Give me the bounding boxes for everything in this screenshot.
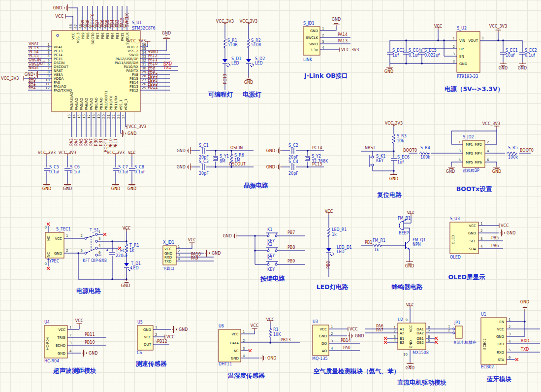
schematic-svg[interactable]: S_U1STM32C8T61VBATVBAT2PC13PC133PC14PC14… [0, 0, 541, 392]
component-ref[interactable]: KEY [376, 159, 383, 163]
gnd-symbol[interactable] [121, 130, 126, 137]
power-net-label[interactable]: GND [111, 187, 120, 191]
section-title[interactable]: 可编程灯 [208, 91, 233, 98]
power-net-label[interactable]: GND [266, 165, 275, 169]
component-ref[interactable]: 100k [508, 155, 518, 160]
power-net-label[interactable]: GND [177, 165, 186, 169]
component-ref[interactable]: U6 [219, 324, 224, 328]
capacitor-symbol[interactable] [292, 164, 294, 170]
terminal-circle[interactable] [85, 237, 87, 239]
component-ref[interactable]: MQ-135 [312, 357, 328, 361]
component-ref[interactable]: LED [337, 250, 345, 254]
net-label[interactable]: PB1 [365, 240, 372, 245]
component-ref[interactable]: LED [231, 61, 239, 65]
resistor-symbol[interactable] [327, 227, 330, 238]
power-net-label[interactable]: GND [127, 187, 136, 191]
power-bar-symbol[interactable] [77, 324, 82, 326]
terminal-circle[interactable] [85, 252, 87, 254]
net-label[interactable]: PB8 [287, 245, 295, 250]
gnd-symbol[interactable] [521, 306, 528, 311]
component-ref[interactable]: S_U3 [450, 217, 460, 221]
power-net-label[interactable]: GND [518, 66, 527, 70]
power-bar-symbol[interactable] [252, 328, 257, 331]
net-label[interactable]: PB5 [491, 236, 499, 240]
component-ref[interactable]: KEY [267, 267, 275, 272]
component-ref[interactable]: 0.1uf [49, 170, 60, 174]
component-ref[interactable]: S_C5 [49, 165, 59, 169]
component-ref[interactable]: BEEP [399, 231, 409, 235]
power-net-label[interactable]: GND [244, 80, 253, 85]
component-ref[interactable]: FM_B1 [398, 216, 411, 221]
power-net-label[interactable]: VCC [75, 319, 84, 323]
component-ref[interactable]: JP1 [454, 321, 460, 325]
wire[interactable] [485, 162, 497, 165]
component-ref[interactable]: S_R5 [508, 146, 518, 150]
component-ref[interactable]: S_R4 [420, 146, 430, 150]
capacitor-symbol[interactable] [202, 148, 204, 154]
power-net-label[interactable]: GND [267, 356, 276, 360]
terminal-circle[interactable] [453, 332, 455, 334]
component-ref[interactable]: 0.1uf [525, 53, 535, 58]
net-label[interactable]: OSCIN [230, 146, 243, 150]
section-title[interactable]: 直流电机驱动模块 [397, 379, 447, 386]
power-net-label[interactable]: GND [499, 66, 508, 70]
gnd-symbol[interactable] [277, 147, 282, 154]
component-ref[interactable]: OLED [450, 255, 461, 260]
component-ref[interactable]: 20pF [199, 155, 209, 160]
capacitor-symbol[interactable] [391, 159, 397, 161]
component-ref[interactable]: STM32C8T6 [132, 26, 156, 31]
component-ref[interactable]: 220uF [116, 254, 128, 258]
net-label[interactable]: PB0 [326, 261, 331, 268]
power-net-label[interactable]: GND [332, 17, 341, 22]
crystal-symbol[interactable] [305, 157, 310, 161]
resistor-symbol[interactable] [269, 327, 272, 338]
component-body[interactable] [457, 32, 480, 72]
power-net-label[interactable]: GND [63, 187, 72, 191]
component-ref[interactable]: DHT11 [219, 362, 232, 366]
component-ref[interactable]: 跳线帽3P [463, 168, 479, 173]
net-label[interactable]: BOOT0 [403, 148, 417, 153]
section-title[interactable]: 蓝牙模块 [486, 375, 512, 383]
component-ref[interactable]: S_JD2 [463, 135, 474, 139]
component-ref[interactable]: T_S1 [89, 228, 99, 232]
power-net-label[interactable]: GND [212, 251, 221, 256]
power-net-label[interactable]: GND [177, 149, 186, 153]
component-ref[interactable]: S_EC3 [392, 48, 405, 53]
power-net-label[interactable]: VCC_3V3 [341, 48, 359, 52]
net-label[interactable]: PB10 [109, 138, 113, 149]
gnd-symbol[interactable] [277, 163, 282, 170]
gnd-symbol[interactable] [188, 163, 192, 170]
section-title[interactable]: 空气质量检测模块（氨气、苯） [314, 367, 400, 375]
pushbutton-symbol[interactable] [370, 155, 374, 167]
component-ref[interactable]: U5 [137, 320, 143, 325]
component-ref[interactable]: 1uf [392, 53, 399, 58]
net-label[interactable]: PB14 [341, 338, 351, 343]
component-ref[interactable]: K2 [267, 242, 272, 247]
power-net-label[interactable]: VCC_3V3 [128, 125, 146, 129]
pushbutton-symbol[interactable] [266, 233, 278, 237]
gnd-symbol[interactable] [163, 36, 170, 41]
terminal-circle[interactable] [57, 34, 59, 36]
section-title[interactable]: 温湿度传感器 [227, 372, 265, 379]
npn-transistor-symbol[interactable] [406, 241, 410, 250]
component-ref[interactable]: 20pF [288, 171, 298, 176]
power-net-label[interactable]: GND [89, 351, 97, 356]
section-title[interactable]: 蜂鸣器电路 [391, 283, 423, 291]
component-ref[interactable]: S_R1 [227, 38, 237, 43]
net-label[interactable]: PA2 [29, 85, 36, 90]
component-ref[interactable]: 10uf [506, 53, 514, 58]
section-title[interactable]: BOOTx设置 [456, 185, 492, 193]
component-ref[interactable]: 510R [251, 43, 261, 47]
component-ref[interactable]: S_R2 [251, 38, 261, 43]
section-title[interactable]: OLED屏显示 [448, 273, 485, 281]
component-ref[interactable]: 1k [374, 248, 379, 252]
net-label[interactable]: TXD [163, 65, 172, 70]
gnd-symbol[interactable] [82, 350, 87, 357]
resistor-symbol[interactable] [507, 152, 517, 155]
section-title[interactable]: 复位电路 [377, 191, 402, 198]
net-label[interactable]: TXD [520, 347, 529, 352]
section-title[interactable]: LED灯电路 [317, 283, 349, 291]
gnd-symbol[interactable] [233, 232, 238, 239]
net-label[interactable]: PA0 [343, 346, 350, 350]
component-ref[interactable]: HC-R04 [44, 359, 59, 363]
